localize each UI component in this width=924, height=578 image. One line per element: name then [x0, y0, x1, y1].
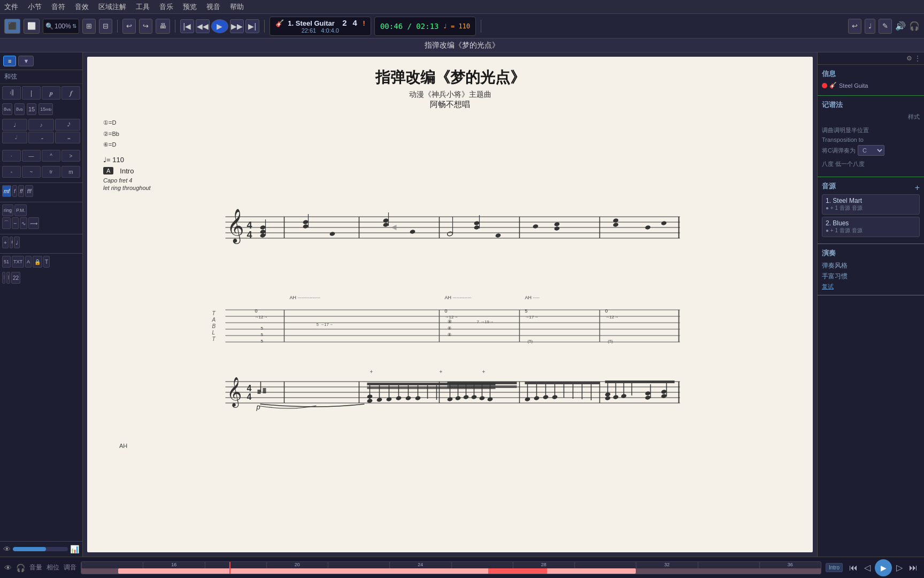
goto-end-btn[interactable]: ▶|	[245, 19, 259, 33]
grid-arrows-btn[interactable]: ⊟	[99, 19, 112, 34]
art-staccato[interactable]: ·	[2, 150, 21, 162]
dyn-mf[interactable]: mf	[2, 185, 11, 197]
art-muted[interactable]: m	[61, 166, 80, 178]
sound-item-2[interactable]: 2. Blues ● + 1 音源 音源	[822, 217, 920, 237]
headphone-btn[interactable]: 🎧	[16, 564, 25, 572]
title-bar: 指弹改编《梦的光点》	[0, 39, 924, 52]
back-btn[interactable]: ◁	[862, 561, 873, 574]
panel-more-icon[interactable]: ⋮	[914, 55, 921, 62]
tool-a[interactable]: A	[25, 256, 32, 268]
menu-item-measure[interactable]: 小节	[28, 2, 42, 12]
redo-btn[interactable]: ↪	[139, 19, 152, 34]
tool-bar[interactable]: 22	[11, 272, 20, 284]
goto-start-btn[interactable]: |◀	[180, 19, 194, 33]
tool-note-3[interactable]: 𝆏	[42, 86, 60, 100]
bend-tool[interactable]: ⌒	[2, 217, 11, 229]
volume-slider[interactable]	[13, 547, 68, 551]
tool-flag[interactable]: ♩	[14, 237, 20, 248]
tool-t[interactable]: T	[43, 256, 50, 268]
fm-tool[interactable]: P.M.	[14, 204, 27, 216]
tool-btn-2[interactable]: ⬜	[24, 19, 40, 34]
tool-btn-1[interactable]: ⬛	[4, 19, 20, 34]
svg-rect-70	[525, 382, 600, 384]
menu-item-music[interactable]: 音乐	[159, 2, 173, 12]
tool-rest[interactable]: 𝄽	[10, 237, 13, 248]
mark-24: 24	[389, 562, 451, 568]
pencil-btn[interactable]: ✎	[879, 19, 892, 34]
tool-double-bar[interactable]: 𝄁	[6, 272, 10, 284]
tool-dur-3[interactable]: 𝅘𝅥𝅯	[55, 119, 80, 131]
menu-item-view[interactable]: 视音	[206, 2, 220, 12]
fast-forward-btn[interactable]: ▶▶	[230, 19, 244, 33]
note-btn[interactable]: ♩	[865, 19, 875, 34]
tool-note-1[interactable]: 𝄇	[2, 86, 21, 100]
grid-btn[interactable]: ⊞	[82, 19, 96, 34]
art-trill[interactable]: tr	[42, 166, 60, 178]
tool-dur-1[interactable]: ♩	[2, 119, 27, 131]
review-btn[interactable]: 复试	[822, 283, 920, 291]
tool-dur-6[interactable]: 𝅜	[55, 132, 80, 143]
wave-tool[interactable]: ∿	[20, 217, 27, 229]
art-ghost[interactable]: ◦	[2, 166, 21, 178]
tool-dur-4[interactable]: 𝅗𝅥	[2, 132, 27, 143]
menu-item-sound[interactable]: 音效	[75, 2, 89, 12]
tool-txt[interactable]: TXT	[12, 256, 24, 268]
art-tenuto[interactable]: —	[22, 150, 41, 162]
play-btn-bottom[interactable]: ▶	[875, 559, 892, 576]
svg-point-90	[613, 394, 619, 399]
eye-btn[interactable]: 👁	[4, 564, 12, 572]
add-sound-btn[interactable]: +	[915, 183, 920, 193]
dyn-ff[interactable]: ff	[18, 185, 25, 197]
tab-label: T	[212, 310, 216, 316]
tool-num-1[interactable]: 15	[27, 103, 36, 115]
chord-mode-btn[interactable]: ≡	[3, 56, 16, 66]
tab-num-2: 0	[445, 308, 448, 314]
filter-btn[interactable]: ▼	[18, 56, 34, 66]
svg-point-82	[552, 394, 558, 399]
tool-num-2[interactable]: 15mb	[38, 103, 53, 115]
tool-8vb[interactable]: 8vb	[14, 103, 25, 115]
sound-item-1[interactable]: 1. Steel Mart ● + 1 音源 音源	[822, 194, 920, 215]
transpose-select[interactable]: C	[858, 145, 884, 156]
tool-note-2[interactable]: |	[22, 86, 41, 100]
note-3-3	[410, 229, 415, 234]
menu-item-tools[interactable]: 工具	[136, 2, 150, 12]
tool-note-4[interactable]: 𝆑	[61, 86, 80, 100]
next-btn[interactable]: ⏭	[907, 562, 920, 574]
play-btn[interactable]: ▶	[211, 19, 228, 33]
menu-item-file[interactable]: 文件	[4, 2, 18, 12]
zoom-control[interactable]: 🔍 100% ⇅	[43, 19, 79, 34]
menu-item-note[interactable]: 音符	[51, 2, 65, 12]
ring-tool[interactable]: ring	[2, 204, 13, 216]
trem-tool[interactable]: ⟿	[28, 217, 39, 229]
tool-dur-5[interactable]: 𝅝	[28, 132, 53, 143]
fwd-btn[interactable]: ▷	[894, 561, 905, 574]
dyn-f[interactable]: f	[12, 185, 17, 197]
tool-plus[interactable]: +	[2, 237, 9, 248]
tool-8va[interactable]: 8va	[2, 103, 12, 115]
slur-tool[interactable]: ⌣	[12, 217, 19, 229]
tool-lock[interactable]: 🔒	[33, 256, 42, 268]
menu-item-region[interactable]: 区域注解	[98, 2, 126, 12]
menu-item-help[interactable]: 帮助	[230, 2, 244, 12]
settings-btn[interactable]: ↩	[848, 19, 861, 34]
timeline-marks: 16 20 24 28 32 36	[81, 562, 821, 568]
tool-51[interactable]: 51	[2, 256, 11, 268]
svg-point-68	[479, 396, 485, 400]
tool-slash[interactable]: 𝄀	[2, 272, 5, 284]
timeline[interactable]: 16 20 24 28 32 36	[81, 561, 821, 574]
print-btn[interactable]: 🖶	[156, 19, 170, 34]
panel-settings-icon[interactable]: ⚙	[906, 55, 912, 62]
staff-svg-2: 𝄞 4 4 + +	[103, 366, 797, 435]
dyn-fff[interactable]: fff	[25, 185, 33, 197]
menu-item-preview[interactable]: 预览	[183, 2, 197, 12]
art-marcato[interactable]: ^	[42, 150, 60, 162]
undo-btn[interactable]: ↩	[122, 19, 136, 34]
art-accent[interactable]: >	[61, 150, 80, 162]
tool-dur-2[interactable]: ♪	[28, 119, 53, 131]
prev-btn[interactable]: ⏮	[847, 562, 860, 574]
art-vibrato[interactable]: ~	[22, 166, 41, 178]
rewind-btn[interactable]: ◀◀	[196, 19, 210, 33]
tempo-display: ♩ = 110	[443, 22, 471, 30]
eye-icon[interactable]: 👁	[3, 545, 11, 553]
